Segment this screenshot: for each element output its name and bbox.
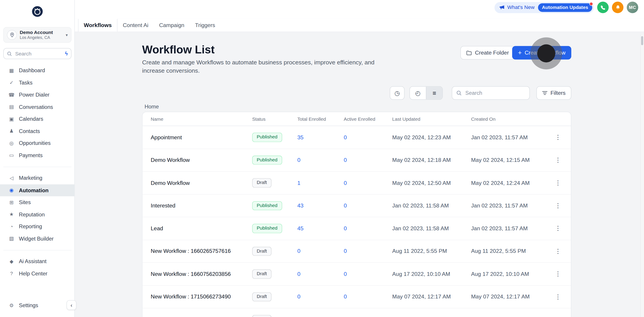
sidebar-item-opportunities[interactable]: ◎ Opportunities [0,137,75,149]
tab-content-ai[interactable]: Content Ai [118,19,154,32]
active-enrolled-link[interactable]: 0 [336,134,384,140]
row-menu-button[interactable]: ⋮ [552,225,564,232]
sidebar-item-dashboard[interactable]: ▦ Dashboard [0,64,75,76]
sidebar-item-reporting[interactable]: ◔ Reporting [0,220,75,232]
active-enrolled-link[interactable]: 0 [336,180,384,186]
sidebar-item-automation[interactable]: ◉ Automation [0,184,75,196]
workflow-name-link[interactable]: Interested [142,202,244,209]
create-folder-button[interactable]: Create Folder [461,46,515,60]
account-switcher[interactable]: Demo Account Los Angeles, CA ▾ [3,27,72,43]
workflow-name-link[interactable]: Lead [142,225,244,232]
sidebar-item-payments[interactable]: ▭ Payments [0,149,75,162]
list-view-button[interactable]: ≡ [426,87,442,100]
total-enrolled-link[interactable]: 0 [289,248,336,254]
sidebar-item-ai-assistant[interactable]: ◆ Ai Assistant [0,255,75,267]
active-enrolled-link[interactable]: 0 [336,248,384,254]
active-enrolled-link[interactable]: 0 [336,202,384,209]
vertical-scrollbar[interactable] [640,34,644,317]
notifications-button[interactable] [612,2,624,13]
sidebar-divider [3,167,72,167]
row-menu-button[interactable]: ⋮ [552,202,564,209]
row-menu-button[interactable]: ⋮ [552,316,564,317]
sites-icon: ⊞ [8,200,15,205]
row-menu-button[interactable]: ⋮ [552,156,564,164]
active-enrolled-link[interactable]: 0 [336,294,384,300]
col-header-total-enrolled: Total Enrolled [289,116,336,122]
workflow-name-link[interactable]: New Workflow : 1715066273490 [142,294,244,300]
sidebar-item-conversations[interactable]: ▤ Conversations [0,101,75,113]
tab-triggers[interactable]: Triggers [190,19,220,32]
workflow-name-link[interactable]: Appointment [142,134,244,140]
created-on-value: Jan 02 2023, 11:57 AM [463,202,545,209]
user-avatar[interactable]: MC [627,2,638,13]
conversations-icon: ▤ [8,104,15,109]
breadcrumb[interactable]: Home [145,104,159,110]
total-enrolled-link[interactable]: 43 [289,202,336,209]
sidebar-item-widget-builder[interactable]: ▧ Widget Builder [0,232,75,244]
active-enrolled-link[interactable]: 0 [336,157,384,163]
row-menu-button[interactable]: ⋮ [552,179,564,186]
dashboard-icon: ▦ [8,68,15,73]
sidebar-item-settings[interactable]: ⚙ Settings [0,299,75,312]
sidebar-item-tasks[interactable]: ✓ Tasks [0,77,75,89]
workflow-name-link[interactable]: New Workflow : 1660756203856 [142,271,244,277]
sidebar-nav-main: ▦ Dashboard ✓ Tasks ☎ Power Dialer ▤ Con… [0,64,75,161]
automation-updates-badge[interactable]: Automation Updates [538,3,592,12]
tab-campaign[interactable]: Campaign [154,19,190,32]
app-logo[interactable] [32,6,43,17]
sidebar-item-power-dialer[interactable]: ☎ Power Dialer [0,89,75,101]
timeline-view-button[interactable]: ◴ [410,87,426,100]
folder-icon [466,50,472,55]
filter-icon [542,91,548,95]
total-enrolled-link[interactable]: 0 [289,271,336,277]
sidebar-collapse-button[interactable]: ‹ [67,300,76,310]
automation-icon: ◉ [8,188,15,193]
total-enrolled-link[interactable]: 0 [289,157,336,163]
sidebar-item-sites[interactable]: ⊞ Sites [0,196,75,208]
active-enrolled-link[interactable]: 0 [336,225,384,232]
megaphone-icon [500,5,505,10]
sidebar-item-contacts[interactable]: ♟ Contacts [0,125,75,137]
opportunities-icon: ◎ [8,141,15,146]
total-enrolled-link[interactable]: 35 [289,134,336,140]
row-menu-button[interactable]: ⋮ [552,134,564,141]
sidebar-search-input[interactable] [14,50,62,57]
sidebar-item-reputation[interactable]: ★ Reputation [0,208,75,220]
app-window: Demo Account Los Angeles, CA ▾ ϟ ▦ Dashb… [0,0,644,317]
sidebar-search: ϟ [3,48,72,59]
status-badge: Published [252,201,282,210]
col-header-status: Status [244,116,289,122]
whats-new-button[interactable]: What's New Automation Updates [495,2,594,13]
sidebar-item-marketing[interactable]: ◁ Marketing [0,172,75,184]
create-workflow-button[interactable]: + Create Workflow [512,46,571,60]
last-updated-value: May 02 2024, 12:23 AM [384,134,463,140]
last-updated-value: Jan 02 2023, 11:58 AM [384,202,463,209]
sidebar-item-help-center[interactable]: ? Help Center [0,268,75,280]
workflow-name-link[interactable]: New Workflow : 1660265757616 [142,248,244,254]
search-icon [7,51,12,56]
status-badge: Draft [252,246,272,256]
filters-button[interactable]: Filters [536,86,571,100]
whats-new-label: What's New [507,4,535,10]
total-enrolled-link[interactable]: 45 [289,225,336,232]
created-on-value: May 02 2024, 12:15 AM [463,157,545,163]
total-enrolled-link[interactable]: 0 [289,294,336,300]
workflow-name-link[interactable]: Demo Workflow [142,180,244,186]
row-menu-button[interactable]: ⋮ [552,248,564,255]
table-row: Interested Published 43 0 Jan 02 2023, 1… [142,194,571,217]
sidebar-item-calendars[interactable]: ▣ Calendars [0,113,75,125]
row-menu-button[interactable]: ⋮ [552,270,564,278]
table-search-input[interactable] [464,90,525,96]
settings-icon: ⚙ [8,303,15,308]
total-enrolled-link[interactable]: 1 [289,180,336,186]
scrollbar-thumb[interactable] [641,36,643,45]
quick-actions-bolt-icon[interactable]: ϟ [65,50,68,57]
row-menu-button[interactable]: ⋮ [552,293,564,300]
phone-button[interactable] [597,2,609,13]
active-enrolled-link[interactable]: 0 [336,271,384,277]
history-view-button[interactable]: ◷ [390,86,404,100]
account-location: Los Angeles, CA [20,35,53,40]
last-updated-value: May 02 2024, 12:18 AM [384,157,463,163]
tab-workflows[interactable]: Workflows [78,19,118,32]
workflow-name-link[interactable]: Demo Workflow [142,157,244,163]
